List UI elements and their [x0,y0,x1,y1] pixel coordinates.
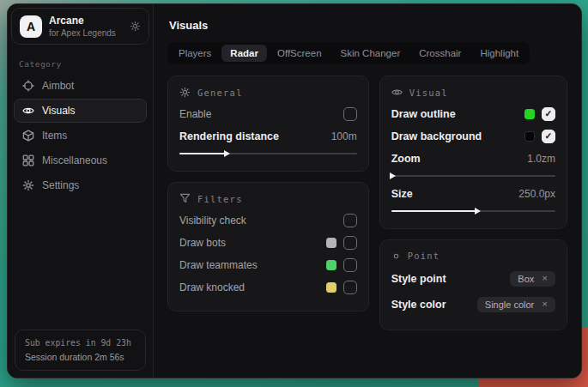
tab-skin-changer[interactable]: Skin Changer [332,45,409,62]
sidebar-item-label: Aimbot [42,80,74,92]
slider-fill [179,153,226,154]
funnel-icon [179,193,191,204]
sidebar-item-label: Visuals [42,105,75,117]
panel-title: Filters [197,194,243,204]
grid-icon [22,154,34,166]
draw-knocked-color-swatch[interactable] [326,282,336,293]
sidebar-item-items[interactable]: Items [14,124,147,148]
sidebar-item-visuals[interactable]: Visuals [14,99,147,123]
dot-circle-icon [391,251,401,261]
sidebar-item-label: Items [42,130,67,142]
size-row: Size 250.0px [391,184,555,203]
draw-background-row: Draw background ✓ [391,127,555,145]
check-icon: ✓ [545,109,553,118]
tab-highlight[interactable]: Highlight [471,45,527,62]
visibility-check-label: Visibility check [179,215,246,227]
slider-thumb[interactable] [224,150,230,157]
draw-bots-controls [326,236,357,250]
tab-players[interactable]: Players [170,45,220,62]
tab-radar[interactable]: Radar [221,45,267,62]
main-content: Visuals Players Radar OffScreen Skin Cha… [154,4,581,378]
visual-panel: Visual Draw outline ✓ Draw background [379,76,567,229]
draw-knocked-label: Draw knocked [179,281,245,293]
app-window: A Arcane for Apex Legends Category [7,3,582,378]
crosshair-icon [22,80,34,92]
gear-icon [22,179,34,191]
draw-bots-color-swatch[interactable] [326,238,336,248]
draw-outline-controls: ✓ [524,107,555,121]
tab-offscreen[interactable]: OffScreen [269,45,330,62]
draw-bots-label: Draw bots [179,237,226,249]
style-point-row: Style point Box × [391,268,555,289]
slider-track [391,175,555,177]
sidebar-item-miscellaneous[interactable]: Miscellaneous [14,148,147,172]
draw-knocked-row: Draw knocked [179,278,357,296]
sub-expires-text: Sub expires in 9d 23h [25,338,136,348]
visibility-check-checkbox[interactable] [343,214,357,227]
general-panel-header: General [179,87,357,98]
general-panel: General Enable Rendering distance 100m [167,76,369,172]
draw-knocked-controls [326,281,357,294]
draw-outline-checkbox[interactable]: ✓ [542,107,555,121]
cube-icon [22,130,34,142]
draw-outline-color-swatch[interactable] [524,109,535,119]
size-value: 250.0px [518,188,555,200]
panel-title: Visual [409,88,448,98]
rendering-distance-value: 100m [331,130,357,142]
category-label: Category [19,59,142,69]
draw-bots-row: Draw bots [179,233,357,251]
app-subtitle: for Apex Legends [49,28,123,38]
sidebar-item-settings[interactable]: Settings [14,173,147,197]
draw-teammates-label: Draw teammates [179,259,258,271]
sidebar-item-label: Miscellaneous [42,154,107,166]
style-color-chip[interactable]: Single color × [477,297,555,312]
filters-panel-header: Filters [179,193,357,204]
rendering-distance-label: Rendering distance [179,130,279,142]
visuals-tabbar: Players Radar OffScreen Skin Changer Cro… [167,42,530,64]
right-column: Visual Draw outline ✓ Draw background [379,76,567,341]
eye-icon [22,105,34,117]
chip-remove-icon[interactable]: × [542,274,548,284]
app-logo: A [20,15,42,38]
sidebar-nav: Aimbot Visuals Items [8,74,153,197]
draw-background-label: Draw background [391,130,482,142]
rendering-distance-slider[interactable] [179,149,357,158]
draw-background-controls: ✓ [524,130,555,143]
point-panel-header: Point [391,251,555,261]
session-info-card: Sub expires in 9d 23h Session duration 2… [15,330,146,371]
draw-teammates-color-swatch[interactable] [326,260,336,270]
panel-title: Point [408,251,440,261]
slider-thumb[interactable] [475,208,481,215]
tab-crosshair[interactable]: Crosshair [410,45,470,62]
draw-teammates-checkbox[interactable] [343,258,357,272]
panels-area: General Enable Rendering distance 100m [167,76,567,341]
chip-label: Box [518,274,534,284]
app-title-block: Arcane for Apex Legends [49,15,123,38]
left-column: General Enable Rendering distance 100m [167,76,369,322]
gear-icon [179,87,191,98]
session-duration-text: Session duration 2m 56s [25,352,136,362]
sidebar-item-label: Settings [42,179,79,191]
zoom-row: Zoom 1.0zm [391,149,555,167]
slider-thumb[interactable] [390,172,396,179]
zoom-slider[interactable] [391,172,555,180]
size-slider[interactable] [391,207,555,215]
draw-teammates-row: Draw teammates [179,256,357,274]
page-title: Visuals [169,19,567,32]
chip-label: Single color [485,299,534,310]
enable-label: Enable [179,108,211,120]
draw-bots-checkbox[interactable] [343,236,357,250]
draw-teammates-controls [326,258,357,272]
draw-background-color-swatch[interactable] [524,131,535,142]
point-panel: Point Style point Box × Style color Sing… [379,239,567,330]
app-name: Arcane [49,15,123,27]
rendering-distance-row: Rendering distance 100m [179,127,357,145]
draw-knocked-checkbox[interactable] [343,281,357,294]
draw-background-checkbox[interactable]: ✓ [542,130,555,143]
chip-remove-icon[interactable]: × [542,299,548,310]
style-point-chip[interactable]: Box × [510,271,555,287]
eye-icon [391,87,403,98]
gear-icon[interactable] [130,21,141,32]
sidebar-item-aimbot[interactable]: Aimbot [14,74,147,98]
enable-checkbox[interactable] [343,107,357,121]
